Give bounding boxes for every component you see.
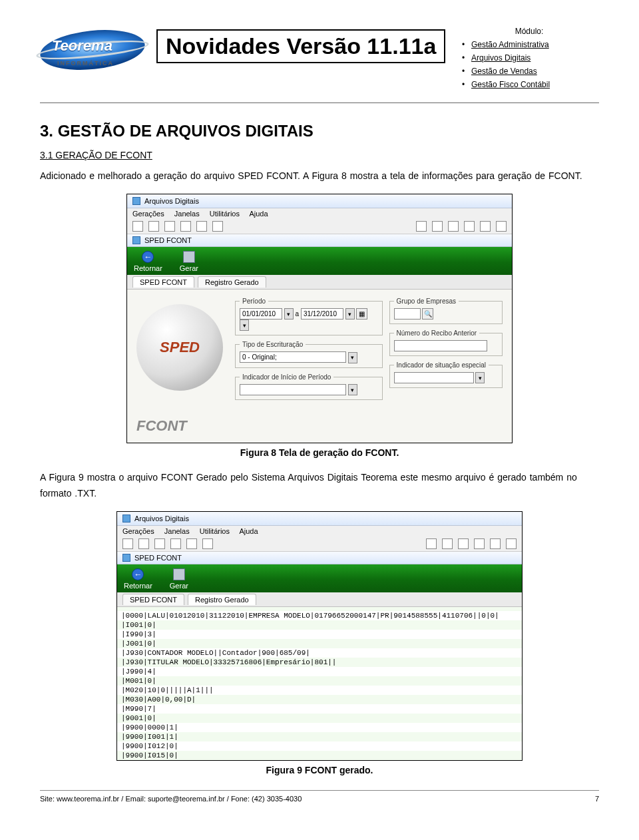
periodo-fim-input[interactable] bbox=[301, 308, 343, 319]
menu-bar[interactable]: Gerações Janelas Utilitários Ajuda bbox=[117, 526, 522, 536]
data-line: |I001|0| bbox=[117, 620, 522, 630]
subwindow-title: SPED FCONT bbox=[144, 236, 192, 244]
back-arrow-icon: ← bbox=[132, 568, 144, 580]
fieldset-indicador-inicio: Indicador de Início de Período ▾ bbox=[235, 373, 383, 401]
menu-item[interactable]: Ajuda bbox=[239, 527, 258, 535]
subwindow-icon bbox=[122, 554, 130, 562]
menu-item[interactable]: Ajuda bbox=[249, 210, 268, 218]
toolbar bbox=[117, 536, 522, 552]
toolbar-icon[interactable] bbox=[154, 538, 165, 549]
menu-item[interactable]: Utilitários bbox=[200, 527, 230, 535]
action-bar: ← Retornar Gerar bbox=[117, 564, 522, 592]
numero-recibo-input[interactable] bbox=[394, 340, 487, 351]
fieldset-situacao-especial: Indicador de situação especial ▾ bbox=[389, 361, 503, 389]
fieldset-numero-recibo: Número do Recibo Anterior bbox=[389, 329, 503, 356]
situacao-especial-select[interactable] bbox=[394, 372, 474, 383]
tab-registro-gerado[interactable]: Registro Gerado bbox=[188, 594, 256, 605]
menu-item[interactable]: Janelas bbox=[164, 527, 190, 535]
back-button[interactable]: ← Retornar bbox=[124, 568, 152, 590]
tab-sped-fcont[interactable]: SPED FCONT bbox=[132, 276, 194, 288]
data-line: |9900|I012|0| bbox=[117, 741, 522, 751]
toolbar-icon[interactable] bbox=[496, 221, 507, 232]
subwindow-title: SPED FCONT bbox=[134, 554, 182, 562]
tipo-escrituracao-select[interactable] bbox=[240, 351, 346, 363]
tab-sped-fcont[interactable]: SPED FCONT bbox=[122, 594, 184, 605]
data-line: |9900|I001|1| bbox=[117, 732, 522, 741]
menu-item[interactable]: Gerações bbox=[132, 210, 164, 218]
toolbar-icon[interactable] bbox=[212, 221, 223, 232]
figure-9-caption: Figura 9 FCONT gerado. bbox=[266, 765, 373, 775]
data-line: |0000|LALU|01012010|31122010|EMPRESA MOD… bbox=[117, 611, 522, 620]
toolbar-icon[interactable] bbox=[474, 538, 485, 549]
page-number: 7 bbox=[595, 795, 599, 803]
toolbar-icon[interactable] bbox=[458, 538, 469, 549]
toolbar-icon[interactable] bbox=[122, 538, 133, 549]
toolbar-icon[interactable] bbox=[506, 538, 517, 549]
toolbar-icon[interactable] bbox=[138, 538, 149, 549]
toolbar-icon[interactable] bbox=[186, 538, 197, 549]
toolbar-icon[interactable] bbox=[164, 221, 175, 232]
indicador-inicio-select[interactable] bbox=[240, 384, 346, 395]
data-line: |J930|CONTADOR MODELO||Contador|900|685/… bbox=[117, 648, 522, 658]
data-line: |I990|3| bbox=[117, 630, 522, 639]
module-item: Gestão Administrativa bbox=[459, 40, 599, 49]
generate-button[interactable]: Gerar bbox=[180, 251, 198, 272]
menu-item[interactable]: Gerações bbox=[122, 527, 154, 535]
dropdown-icon[interactable]: ▾ bbox=[345, 308, 355, 319]
generate-icon bbox=[183, 251, 195, 263]
toolbar-icon[interactable] bbox=[170, 538, 181, 549]
module-label: Módulo: bbox=[459, 27, 599, 36]
data-line: |J001|0| bbox=[117, 639, 522, 648]
periodo-inicio-input[interactable] bbox=[240, 308, 282, 319]
dropdown-icon[interactable]: ▾ bbox=[475, 372, 485, 383]
toolbar-icon[interactable] bbox=[132, 221, 143, 232]
generate-icon bbox=[173, 568, 185, 580]
tab-registro-gerado[interactable]: Registro Gerado bbox=[198, 276, 266, 288]
module-item: Arquivos Digitais bbox=[459, 53, 599, 63]
dropdown-icon[interactable]: ▾ bbox=[348, 352, 357, 363]
module-box: Módulo: Gestão Administrativa Arquivos D… bbox=[459, 27, 599, 93]
sped-logo: SPED bbox=[136, 304, 223, 391]
generated-file-view: |0000|LALU|01012010|31122010|EMPRESA MOD… bbox=[117, 607, 522, 760]
footer-contact: Site: www.teorema.inf.br / Email: suport… bbox=[40, 795, 302, 803]
toolbar-icon[interactable] bbox=[426, 538, 437, 549]
action-bar: ← Retornar Gerar bbox=[127, 247, 512, 275]
company-logo: Teorema INFORMÁTICA bbox=[40, 31, 145, 69]
back-arrow-icon: ← bbox=[142, 251, 154, 263]
menu-item[interactable]: Utilitários bbox=[210, 210, 240, 218]
toolbar-icon[interactable] bbox=[464, 221, 475, 232]
toolbar-icon[interactable] bbox=[490, 538, 501, 549]
data-line: |9001|0| bbox=[117, 714, 522, 723]
logo-subtext: INFORMÁTICA bbox=[57, 60, 114, 67]
section-title: 3. GESTÃO DE ARQUIVOS DIGITAIS bbox=[40, 122, 599, 140]
paragraph: A Figura 9 mostra o arquivo FCONT Gerado… bbox=[40, 470, 599, 502]
toolbar-icon[interactable] bbox=[196, 221, 207, 232]
dropdown-icon[interactable]: ▾ bbox=[284, 308, 294, 319]
fieldset-periodo: Período ▾ a ▾ ▦ ▾ bbox=[235, 298, 383, 336]
toolbar-icon[interactable] bbox=[180, 221, 191, 232]
menu-bar[interactable]: Gerações Janelas Utilitários Ajuda bbox=[127, 208, 512, 219]
grupo-empresas-input[interactable] bbox=[394, 308, 421, 319]
dropdown-icon[interactable]: ▾ bbox=[348, 384, 357, 395]
search-icon[interactable]: 🔍 bbox=[422, 308, 433, 319]
dropdown-icon[interactable]: ▾ bbox=[240, 319, 249, 331]
back-button[interactable]: ← Retornar bbox=[134, 251, 162, 272]
toolbar-icon[interactable] bbox=[148, 221, 159, 232]
data-line: |9900|0000|1| bbox=[117, 723, 522, 732]
menu-item[interactable]: Janelas bbox=[174, 210, 200, 218]
tabs: SPED FCONT Registro Gerado bbox=[117, 592, 522, 607]
toolbar-icon[interactable] bbox=[480, 221, 491, 232]
subwindow-icon bbox=[132, 236, 140, 244]
toolbar bbox=[127, 219, 512, 234]
toolbar-icon[interactable] bbox=[448, 221, 459, 232]
subsection-title: 3.1 GERAÇÃO DE FCONT bbox=[40, 150, 599, 160]
toolbar-icon[interactable] bbox=[432, 221, 443, 232]
data-line: |J990|4| bbox=[117, 667, 522, 676]
date-helper-icon[interactable]: ▦ bbox=[356, 308, 367, 319]
toolbar-icon[interactable] bbox=[202, 538, 213, 549]
page-title: Novidades Versão 11.11a bbox=[156, 29, 445, 63]
data-line: |M030|A00|0,00|D| bbox=[117, 695, 522, 704]
toolbar-icon[interactable] bbox=[416, 221, 427, 232]
generate-button[interactable]: Gerar bbox=[170, 568, 188, 590]
toolbar-icon[interactable] bbox=[442, 538, 453, 549]
